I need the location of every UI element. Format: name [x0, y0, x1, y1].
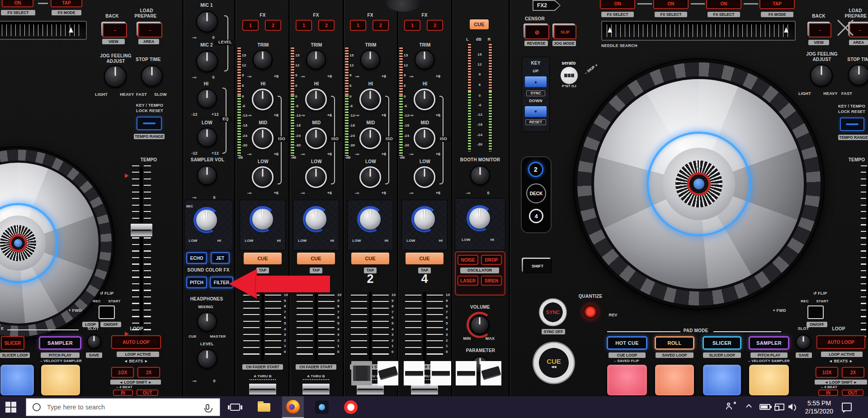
fx2-assign-button[interactable]: 2	[318, 20, 335, 31]
tempo-fader-slot[interactable]	[140, 167, 143, 337]
load-prepare-button[interactable]: –	[137, 22, 161, 36]
fx1-assign-button[interactable]: 1	[242, 20, 259, 31]
sampler-mode-button[interactable]: SAMPLER	[749, 336, 789, 350]
thumbnail-dj-controller-flat[interactable]	[404, 361, 425, 385]
network-icon[interactable]	[775, 404, 784, 410]
pitch-button[interactable]: PITCH	[186, 277, 207, 288]
thumbnail-dj-controller-flat[interactable]	[456, 361, 476, 385]
slicer-mode-button[interactable]: SLICER	[1, 336, 24, 350]
jet-button[interactable]: JET	[211, 252, 230, 264]
echo-button[interactable]: ECHO	[186, 252, 207, 264]
key-lock-button[interactable]	[840, 117, 864, 131]
headphones-mixing-knob[interactable]	[197, 312, 217, 332]
volume-icon[interactable]	[788, 404, 796, 410]
key-up-button[interactable]: ▲	[524, 76, 547, 88]
search-input[interactable]: Type here to search	[26, 398, 220, 416]
loop-out-button[interactable]: OUT	[842, 390, 863, 396]
start-button[interactable]	[0, 396, 22, 418]
action-center-icon[interactable]	[842, 403, 852, 411]
headphones-level-knob[interactable]	[197, 349, 217, 369]
channel-4-cue-button[interactable]: CUE	[405, 252, 444, 265]
channel-3-trim-knob[interactable]	[360, 50, 380, 70]
half-loop-button[interactable]: 1/2X	[111, 367, 134, 378]
channel-4-hi-knob[interactable]	[414, 89, 435, 110]
channel-3-mid-knob[interactable]	[359, 127, 381, 149]
performance-pad[interactable]	[655, 364, 694, 396]
tempo-fader-cap[interactable]	[130, 223, 153, 237]
half-loop-button[interactable]: 1/2X	[816, 367, 838, 378]
channel-1-cue-button[interactable]: CUE	[243, 252, 282, 265]
channel-1-low-knob[interactable]	[252, 166, 274, 188]
performance-pad[interactable]	[41, 364, 80, 396]
sampler-mode-button[interactable]: SAMPLER	[39, 336, 81, 350]
fx1-assign-button[interactable]: 1	[296, 20, 312, 31]
channel-2-fader-cap[interactable]	[302, 383, 330, 395]
channel-1-trim-knob[interactable]	[253, 50, 273, 70]
auto-loop-button[interactable]: AUTO LOOP	[816, 335, 865, 349]
jog-feeling-adjust-knob[interactable]	[810, 64, 833, 87]
channel-3-hi-knob[interactable]	[359, 89, 381, 110]
thumbnail-dj-controller-angled[interactable]	[377, 361, 398, 385]
microphone-icon[interactable]	[206, 404, 209, 410]
roll-mode-button[interactable]: ROLL	[655, 336, 694, 350]
task-view-button[interactable]	[224, 396, 246, 418]
fx1-on-button[interactable]: ON	[2, 0, 33, 7]
fx2-on-button[interactable]: ON	[653, 0, 689, 9]
stop-time-knob[interactable]	[141, 65, 163, 87]
channel-4-mid-knob[interactable]	[414, 127, 435, 149]
master-cue-button[interactable]: CUE	[469, 19, 489, 30]
file-explorer-icon[interactable]	[253, 396, 275, 418]
back-button[interactable]: –	[101, 22, 126, 36]
performance-pad[interactable]	[607, 364, 647, 396]
channel-4-low-knob[interactable]	[414, 166, 435, 188]
sync-button[interactable]: SYNC	[539, 298, 567, 326]
loop-out-button[interactable]: OUT	[137, 390, 158, 396]
sampler-vol-knob[interactable]	[197, 165, 217, 185]
loop-in-button[interactable]: IN	[818, 390, 838, 396]
thumbnail-dj-controller-flat[interactable]	[430, 361, 451, 385]
drop-button[interactable]: DROP	[481, 255, 502, 265]
mic-filter-knob[interactable]	[193, 207, 220, 233]
thumbnail-dj-controller-angled[interactable]	[481, 361, 501, 385]
double-loop-button[interactable]: 2X	[137, 367, 160, 378]
booth-monitor-knob[interactable]	[470, 165, 490, 185]
performance-pad[interactable]	[749, 364, 789, 396]
firefox-icon[interactable]	[282, 396, 304, 418]
mic-low-knob[interactable]	[197, 127, 217, 147]
thumbnail-dj-controller-top-view[interactable]	[351, 361, 372, 385]
laser-button[interactable]: LASER	[458, 276, 478, 286]
performance-pad[interactable]	[703, 364, 741, 396]
double-loop-button[interactable]: 2X	[842, 367, 864, 378]
hidden-icons-chevron[interactable]	[747, 405, 751, 409]
key-lock-button[interactable]	[137, 117, 162, 130]
channel-1-fader-cap[interactable]	[249, 383, 277, 395]
channel-2-low-knob[interactable]	[305, 166, 327, 188]
fx2-on-button[interactable]: ON	[600, 0, 635, 9]
battery-icon[interactable]	[760, 404, 770, 410]
channel-3-low-knob[interactable]	[359, 166, 381, 188]
fx2-assign-button[interactable]: 2	[265, 20, 281, 31]
channel-2-trim-knob[interactable]	[306, 50, 326, 70]
channel-2-hi-knob[interactable]	[305, 89, 327, 110]
master-filter-knob[interactable]	[467, 205, 493, 231]
channel-1-mid-knob[interactable]	[252, 127, 274, 149]
channel-4-filter-knob[interactable]	[411, 206, 438, 232]
mic2-knob[interactable]	[196, 51, 218, 72]
master-volume-knob[interactable]	[470, 315, 489, 334]
performance-pad[interactable]	[0, 364, 34, 396]
jog-feeling-adjust-knob[interactable]	[104, 65, 127, 88]
fx1-assign-button[interactable]: 1	[404, 20, 420, 31]
fx2-assign-button[interactable]: 2	[373, 20, 389, 31]
fx1-assign-button[interactable]: 1	[350, 20, 366, 31]
fx2-assign-button[interactable]: 2	[427, 20, 443, 31]
red-app-icon[interactable]	[340, 396, 362, 418]
back-button[interactable]: –	[807, 22, 830, 36]
deck-4-button[interactable]: 4	[529, 209, 543, 223]
shift-button[interactable]: SHIFT	[522, 258, 551, 272]
stop-time-knob[interactable]	[848, 64, 868, 86]
fx2-tap-button[interactable]: TAP	[760, 0, 795, 9]
cue-button[interactable]: CUE◀◀	[533, 342, 575, 384]
loop-in-button[interactable]: IN	[113, 390, 133, 396]
slot-knob[interactable]	[796, 334, 811, 350]
hot-cue-mode-button[interactable]: HOT CUE	[607, 336, 647, 350]
